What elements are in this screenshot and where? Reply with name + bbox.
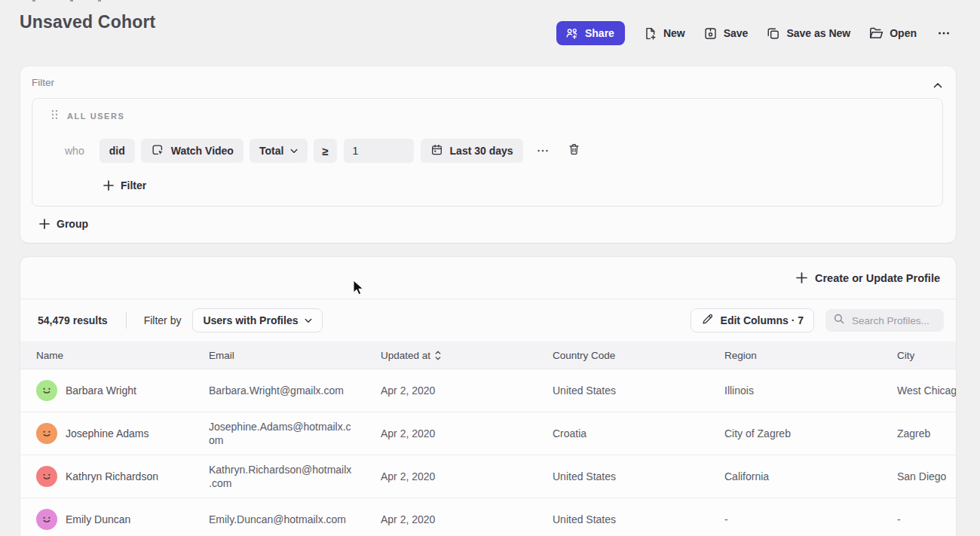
folder-icon [868, 26, 884, 41]
table-row[interactable]: Barbara Wright Barbara.Wright@gmailx.com… [20, 369, 956, 412]
filter-clause-card: ALL USERS who did Watch Video [32, 98, 943, 207]
column-header-updated-at[interactable]: Updated at [381, 350, 553, 361]
avatar [36, 380, 57, 401]
drag-handle-icon [51, 109, 58, 120]
column-header-country-code[interactable]: Country Code [553, 350, 724, 361]
create-or-update-profile-button[interactable]: Create or Update Profile [796, 272, 940, 284]
profile-country-code: Croatia [553, 427, 724, 440]
avatar [36, 509, 57, 530]
open-button-label: Open [890, 27, 917, 39]
profile-updated-at: Apr 2, 2020 [381, 384, 553, 397]
save-button-label: Save [724, 27, 749, 39]
avatar [36, 423, 57, 444]
save-button[interactable]: Save [703, 26, 749, 41]
create-profile-row: Create or Update Profile [20, 257, 956, 299]
profile-name: Barbara Wright [66, 384, 136, 397]
threshold-value: 1 [353, 145, 359, 157]
kebab-horizontal-icon [936, 26, 951, 41]
add-group-button[interactable]: Group [39, 218, 88, 230]
save-as-new-button[interactable]: Save as New [766, 26, 850, 41]
kebab-horizontal-icon [536, 145, 550, 156]
filter-clause-row: who did Watch Video Total [65, 139, 942, 163]
avatar-face-icon [39, 426, 54, 441]
operator-selector[interactable]: ≥ [314, 139, 336, 163]
table-row[interactable]: Emily Duncan Emily.Duncan@hotmailx.com A… [20, 498, 956, 536]
profile-name: Kathryn Richardson [66, 470, 158, 482]
table-row[interactable]: Kathryn Richardson Kathryn.Richardson@ho… [20, 455, 956, 498]
cropped-top-artifact [32, 0, 35, 2]
open-button[interactable]: Open [868, 26, 917, 41]
profile-country-code: United States [553, 384, 724, 397]
profile-filter-dropdown[interactable]: Users with Profiles [192, 308, 323, 332]
aggregation-selector[interactable]: Total [250, 139, 308, 163]
add-filter-button[interactable]: Filter [103, 179, 146, 191]
profile-name-cell: Josephine Adams [36, 423, 209, 444]
profile-region: City of Zagreb [724, 427, 897, 440]
results-panel: Create or Update Profile 54,479 results … [20, 257, 956, 536]
new-file-icon [643, 26, 657, 41]
delete-clause-button[interactable] [566, 141, 582, 161]
profile-city: - [897, 513, 956, 525]
more-options-button[interactable] [935, 23, 953, 44]
profile-name: Emily Duncan [66, 513, 130, 525]
profile-email: Emily.Duncan@hotmailx.com [209, 513, 360, 526]
avatar-face-icon [39, 469, 54, 484]
event-name-label: Watch Video [171, 145, 234, 157]
date-range-label: Last 30 days [450, 145, 513, 157]
profile-updated-at: Apr 2, 2020 [381, 427, 553, 440]
share-button-label: Share [585, 27, 614, 39]
profile-email: Kathryn.Richardson@hotmailx.com [209, 463, 360, 490]
profile-region: Illinois [724, 384, 897, 397]
search-icon [833, 313, 845, 328]
profile-city: San Diego [897, 470, 956, 482]
threshold-value-input[interactable]: 1 [344, 139, 414, 163]
table-row[interactable]: Josephine Adams Josephine.Adams@hotmailx… [20, 412, 956, 455]
sort-arrows-icon [435, 351, 441, 360]
new-button[interactable]: New [643, 26, 685, 41]
edit-columns-label: Edit Columns · 7 [721, 314, 804, 326]
profile-name-cell: Barbara Wright [36, 380, 209, 401]
column-header-city[interactable]: City [897, 350, 956, 361]
clause-more-options-button[interactable] [533, 142, 553, 159]
calendar-icon [430, 143, 443, 158]
profile-name-cell: Emily Duncan [36, 509, 209, 530]
column-header-region[interactable]: Region [724, 350, 897, 361]
date-range-selector[interactable]: Last 30 days [421, 139, 523, 163]
edit-columns-button[interactable]: Edit Columns · 7 [691, 308, 814, 332]
column-header-name[interactable]: Name [36, 350, 209, 361]
new-button-label: New [663, 27, 685, 39]
profile-updated-at: Apr 2, 2020 [381, 513, 553, 525]
copy-icon [766, 26, 780, 41]
share-people-icon [565, 26, 579, 41]
cropped-top-artifact [98, 0, 101, 2]
avatar [36, 466, 57, 487]
cohort-builder-screen: Unsaved Cohort Share [0, 0, 980, 536]
cohort-group-label: ALL USERS [67, 112, 125, 121]
avatar-face-icon [39, 512, 54, 527]
drag-handle[interactable] [51, 109, 58, 123]
chevron-up-icon [933, 82, 942, 89]
plus-icon [796, 272, 807, 283]
filter-panel-title: Filter [32, 77, 54, 88]
column-header-email[interactable]: Email [209, 350, 381, 361]
profile-region: - [724, 513, 897, 525]
search-profiles-input[interactable] [852, 315, 935, 326]
event-selector[interactable]: Watch Video [141, 139, 243, 163]
avatar-face-icon [39, 383, 54, 398]
profile-filter-value: Users with Profiles [203, 314, 298, 326]
did-selector[interactable]: did [100, 139, 135, 163]
operator-label: ≥ [322, 145, 328, 158]
collapse-filter-button[interactable] [930, 75, 945, 95]
save-icon [703, 26, 718, 41]
table-body: Barbara Wright Barbara.Wright@gmailx.com… [20, 369, 956, 536]
add-group-label: Group [57, 218, 88, 230]
did-label: did [109, 145, 125, 157]
share-button[interactable]: Share [556, 21, 625, 45]
create-or-update-profile-label: Create or Update Profile [815, 272, 940, 284]
profile-city: West Chicago [897, 384, 956, 397]
profile-email: Barbara.Wright@gmailx.com [209, 384, 360, 397]
search-profiles-box [825, 309, 944, 332]
plus-icon [103, 180, 114, 191]
top-toolbar: Share New Save [556, 21, 953, 45]
divider [126, 312, 127, 329]
